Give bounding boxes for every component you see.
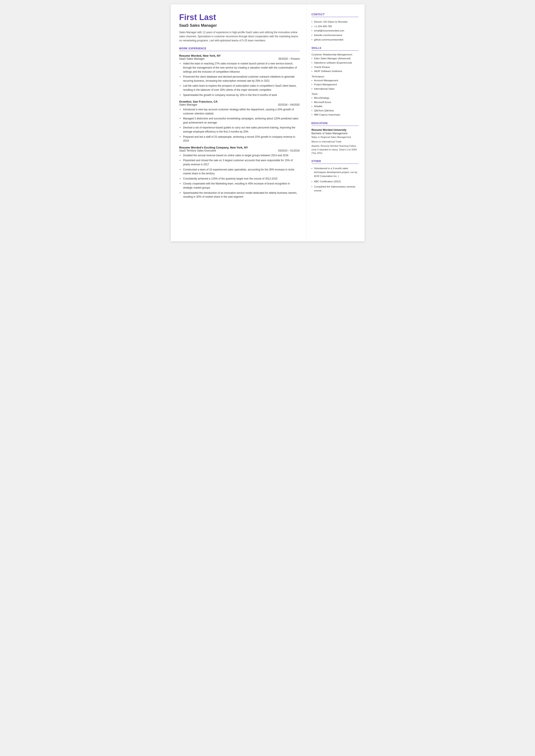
job-2-company: Growthsi, San Francisco, CA xyxy=(179,100,300,103)
skill-item: Airtable xyxy=(312,104,358,109)
skill-item: Project Management xyxy=(312,83,358,87)
list-item: Led the sales team to explore the prospe… xyxy=(179,84,300,92)
education-school: Resume Worded University xyxy=(312,128,358,131)
education-degree: Bachelor of Sales Management xyxy=(312,132,358,135)
skill-item: Oracle Eloqua xyxy=(312,65,358,70)
list-item: Preserved the client database and devise… xyxy=(179,75,300,83)
resume-document: First Last SaaS Sales Manager Sales Mana… xyxy=(171,4,365,241)
work-experience-section: WORK EXPERIENCE Resume Worded, New York,… xyxy=(179,47,300,199)
summary: Sales Manager with 12 years of experienc… xyxy=(179,30,300,43)
job-2-title-date: Sales Manager 02/2018 – 04/2020 xyxy=(179,103,300,106)
job-3-date: 03/2010 – 01/2018 xyxy=(278,149,299,152)
list-item: Managed 3 distinctive and successful rem… xyxy=(179,117,300,125)
list-item: Doubled the annual revenue based on onli… xyxy=(179,154,300,157)
list-item: Pinpointed and closed the sale on 3 larg… xyxy=(179,158,300,166)
skills-heading: SKILLS xyxy=(312,46,358,51)
skill-item: QlikTech QlikView xyxy=(312,109,358,113)
job-2-bullets: Introduced a new key account customer st… xyxy=(179,107,300,143)
other-section: OTHER Volunteered in a 3-month sales tec… xyxy=(312,160,358,193)
job-1-date: 05/2020 – Present xyxy=(278,57,299,60)
job-1-company: Resume Worded, New York, NY xyxy=(179,54,300,57)
job-2-title: Sales Manager xyxy=(179,103,197,106)
work-experience-heading: WORK EXPERIENCE xyxy=(179,47,300,51)
right-column: CONTACT Denver, OH (Open to Remote) +1-2… xyxy=(306,4,365,241)
name: First Last xyxy=(179,13,300,22)
skill-item: Account Management xyxy=(312,78,358,83)
list-item: Devised a set of experience-based guides… xyxy=(179,126,300,134)
skills-category-crm: Customer Relationship Management:: xyxy=(312,53,358,56)
contact-section: CONTACT Denver, OH (Open to Remote) +1-2… xyxy=(312,13,358,42)
education-detail1: Major in Regional Sales Management xyxy=(312,135,358,139)
list-item: Closely cooperated with the Marketing te… xyxy=(179,182,300,190)
contact-heading: CONTACT xyxy=(312,13,358,17)
job-1-title: SaaS Sales Manager xyxy=(179,57,205,60)
left-column: First Last SaaS Sales Manager Sales Mana… xyxy=(171,4,306,241)
contact-item-linkedin: linkedin.com/in/username xyxy=(312,33,358,38)
education-detail2: Minors in International Trade xyxy=(312,140,358,144)
skill-item: Salesforce software (Experienced) xyxy=(312,61,358,65)
education-section: EDUCATION Resume Worded University Bache… xyxy=(312,122,358,155)
list-item: Spearheaded the introduction of an innov… xyxy=(179,191,300,199)
skills-category-tools: Tools:· xyxy=(312,93,358,95)
skill-item: HEAT Software Goldmine xyxy=(312,69,358,73)
skills-section: SKILLS Customer Relationship Management:… xyxy=(312,46,358,117)
job-3-title-date: SaaS Territory Sales Executive 03/2010 –… xyxy=(179,149,300,152)
list-item: Constructed a team of 10 experienced sal… xyxy=(179,168,300,176)
skill-item: Eden Sales Manager (Advanced) xyxy=(312,56,358,61)
list-item: Aided the team in reaching 27% sales inc… xyxy=(179,62,300,74)
skill-item: Microsoft Azure xyxy=(312,100,358,104)
job-3-title: SaaS Territory Sales Executive xyxy=(179,149,216,152)
job-2-header: Growthsi, San Francisco, CA Sales Manage… xyxy=(179,100,300,106)
list-item: Prepared and led a staff of 25 salespeop… xyxy=(179,135,300,143)
job-3-company: Resume Worded's Exciting Company, New Yo… xyxy=(179,146,300,149)
skills-category-techniques: Techniques: xyxy=(312,75,358,78)
skill-item: MicroStrategy xyxy=(312,96,358,100)
contact-item-email: email@resumeworded.com xyxy=(312,28,358,33)
other-item: Volunteered in a 3-month sales technique… xyxy=(312,166,358,178)
job-title: SaaS Sales Manager xyxy=(179,23,300,28)
other-heading: OTHER xyxy=(312,160,358,164)
contact-item-github: github.com/resumeworded xyxy=(312,38,358,42)
other-item: Completed the Salesmastery seminar cours… xyxy=(312,185,358,193)
skill-item: IBM Cognos Impromptu xyxy=(312,113,358,117)
job-1-header: Resume Worded, New York, NY SaaS Sales M… xyxy=(179,54,300,60)
list-item: Spearheaded the growth in company revenu… xyxy=(179,93,300,97)
contact-item-location: Denver, OH (Open to Remote) xyxy=(312,20,358,24)
list-item: Introduced a new key account customer st… xyxy=(179,107,300,116)
list-item: Consistently achieved a 125% of the quar… xyxy=(179,177,300,181)
education-awards: Awards: Resume Worded Teaching Fellow (o… xyxy=(312,144,358,155)
job-3-bullets: Doubled the annual revenue based on onli… xyxy=(179,154,300,199)
job-1-bullets: Aided the team in reaching 27% sales inc… xyxy=(179,62,300,97)
job-2-date: 02/2018 – 04/2020 xyxy=(278,103,299,106)
other-item: ABC Certification (2022) xyxy=(312,180,358,183)
contact-item-phone: +1-234-456-789 xyxy=(312,24,358,29)
job-3-header: Resume Worded's Exciting Company, New Yo… xyxy=(179,146,300,152)
skill-item: International Sales xyxy=(312,87,358,91)
education-heading: EDUCATION xyxy=(312,122,358,126)
job-1-title-date: SaaS Sales Manager 05/2020 – Present xyxy=(179,57,300,60)
